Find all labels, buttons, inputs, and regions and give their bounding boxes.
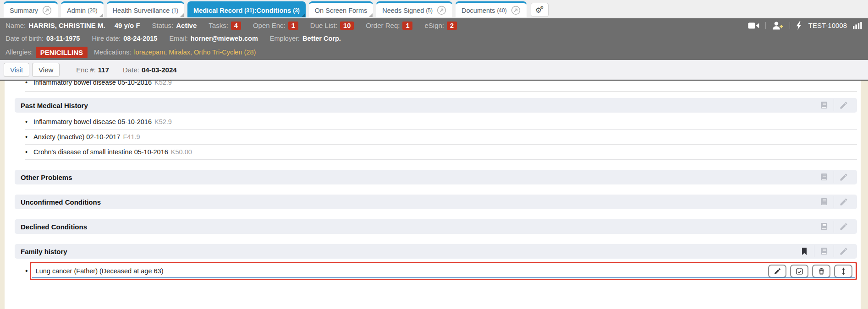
divider [834,221,834,233]
tab-summary[interactable]: Summary [4,1,58,17]
tab-label: Needs Signed [382,7,424,14]
stat-badge[interactable]: 4 [231,22,241,30]
tab-count: (3) [293,7,300,14]
highlighted-condition-box: Lung cancer (Father) (Deceased at age 63… [30,262,857,280]
calendar-check-button[interactable] [790,265,808,278]
calendar-check-icon [796,267,803,275]
trash-icon [818,267,825,275]
content-area: Inflammatory bowel disease 05-10-2016K52… [0,81,868,309]
allergy-badge[interactable]: PENICILLINS [36,47,88,58]
stat-label: eSign: [424,22,444,29]
view-button[interactable]: View [32,63,60,77]
page-margin-left [0,81,5,309]
demographic-value: 08-24-2015 [123,35,157,42]
patient-name-group: Name: HARRIS, CHRISTINE M. 49 y/o F [5,22,140,29]
condition-text: Inflammatory bowel disease 05-10-2016 [33,118,152,125]
tab-label: Admin [67,7,86,14]
icd-code: F41.9 [123,133,140,141]
pencil-icon[interactable] [839,173,848,182]
tab-count: (31) [244,7,254,14]
book-icon[interactable] [819,101,829,110]
external-link-icon [437,5,446,15]
bullet [25,133,27,141]
section-items: Inflammatory bowel disease 05-10-2016K52… [15,114,857,160]
icd-code: K52.9 [154,81,172,86]
lightning-icon[interactable] [796,22,802,30]
list-item: Crohn's disease of small intestine 05-10… [25,145,857,160]
medications-list[interactable]: lorazepam, Miralax, Ortho Tri-Cyclen (28… [134,49,256,56]
section-header-icons [814,196,853,208]
tab-on-screen-forms[interactable]: On Screen Forms [309,1,373,17]
patient-banner: Name: HARRIS, CHRISTINE M. 49 y/o F Stat… [0,18,868,60]
status-label: Status: [152,22,174,29]
stat-badge[interactable]: 10 [340,22,354,30]
tab-medical-record[interactable]: Medical Record(31):Conditions(3) [187,1,306,17]
stat-label: Tasks: [209,22,228,29]
pencil-button[interactable] [768,265,786,278]
condition-text: Lung cancer (Father) (Deceased at age 63… [36,267,164,275]
stat-badge[interactable]: 1 [402,22,412,30]
demographic-group: Date of birth:03-11-1975 [5,35,80,42]
section-family-history: Family historyLung cancer (Father) (Dece… [15,244,857,280]
tab-label: Documents [461,7,495,14]
stat-group: eSign:2 [424,22,457,30]
medications-label: Medications: [94,49,131,56]
stat-group: Open Enc:1 [253,22,298,30]
section-title: Unconfirmed Conditions [21,198,101,206]
stat-badge[interactable]: 2 [447,22,457,30]
tab-label: Medical Record [193,7,242,14]
pencil-icon[interactable] [839,197,848,206]
stat-group: Order Req:1 [366,22,412,30]
status-value: Active [176,22,197,29]
encounter-toolbar: Visit View Enc #: 117 Date: 04-03-2024 [0,60,868,81]
visit-button[interactable]: Visit [4,63,29,77]
book-icon[interactable] [819,197,829,206]
section-title: Past Medical History [21,102,88,109]
bookmark-icon[interactable] [800,247,809,256]
patient-age-sex: 49 y/o F [115,22,140,29]
stat-label: Open Enc: [253,22,286,29]
book-icon[interactable] [819,173,829,182]
external-link-icon [511,5,521,15]
bullet [25,81,27,86]
person-add-icon[interactable] [772,22,784,30]
patient-status-group: Status: Active [152,22,197,29]
section-unconfirmed-conditions: Unconfirmed Conditions [15,195,857,209]
divider [814,245,814,257]
stat-badge[interactable]: 1 [288,22,298,30]
section-header-other-problems: Other Problems [15,170,857,184]
condition-text: Crohn's disease of small intestine 05-10… [33,148,168,156]
tab-count: (1) [171,7,178,14]
video-camera-icon[interactable] [748,22,759,29]
banner-row-1: Name: HARRIS, CHRISTINE M. 49 y/o F Stat… [5,18,863,33]
pencil-icon[interactable] [839,247,848,256]
tab-health-surveillance[interactable]: Health Surveillance(1) [107,1,185,17]
trash-button[interactable] [812,265,830,278]
pencil-icon[interactable] [839,222,848,231]
move-vertical-button[interactable] [834,265,852,278]
right-scroll-gutter [861,81,868,309]
pencil-icon[interactable] [839,101,848,110]
tab-admin[interactable]: Admin(20) [61,1,103,17]
book-icon[interactable] [819,247,829,256]
tab-needs-signed[interactable]: Needs Signed(5) [376,1,452,17]
section-past-medical-history: Past Medical HistoryInflammatory bowel d… [15,98,857,160]
banner-right-tools: TEST-10008 [748,22,863,30]
section-header-icons [814,221,853,233]
book-icon[interactable] [819,222,829,231]
bar-chart-icon[interactable] [853,22,863,29]
demographic-label: Employer: [270,35,300,42]
tab-documents[interactable]: Documents(40) [456,1,527,17]
sections-container: Past Medical HistoryInflammatory bowel d… [15,98,857,280]
section-title: Family history [21,248,67,255]
section-header-icons [814,171,853,183]
tab-label: On Screen Forms [315,7,367,14]
gears-icon: ⚙⚙ [535,5,544,14]
tab-label: Summary [10,7,38,14]
section-header-family-history: Family history [15,244,857,259]
condition-text: Anxiety (Inactive) 02-10-2017 [33,133,120,141]
settings-button[interactable]: ⚙⚙ [531,3,549,17]
demographic-group: Email:horner@mieweb.com [169,35,258,42]
section-header-declined-conditions: Declined Conditions [15,219,857,234]
patient-name: HARRIS, CHRISTINE M. [28,22,105,29]
